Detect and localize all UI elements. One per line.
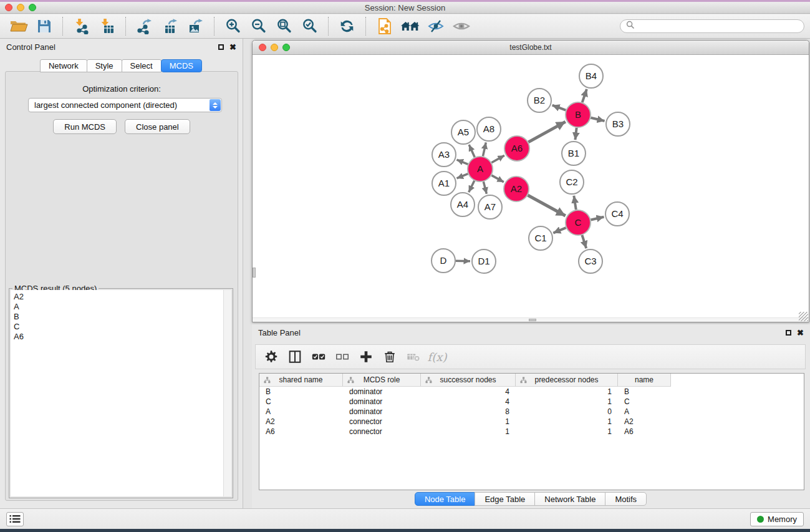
float-table-panel-icon[interactable]	[786, 330, 791, 336]
titlebar[interactable]: Session: New Session	[0, 2, 810, 14]
new-network-from-file-icon[interactable]	[373, 16, 396, 37]
column-header-MCDS-role[interactable]: MCDS role	[343, 374, 421, 387]
add-row-icon[interactable]	[358, 348, 374, 365]
refresh-icon[interactable]	[335, 16, 359, 37]
graph-edge-B-B1[interactable]	[575, 128, 576, 140]
column-header-name[interactable]: name	[618, 374, 671, 387]
column-header-label: shared name	[279, 375, 322, 384]
zoom-fit-icon[interactable]	[272, 16, 296, 37]
horizontal-scrollbar[interactable]	[253, 317, 809, 322]
close-table-panel-icon[interactable]: ✖	[797, 329, 804, 337]
graph-edge-C-C2[interactable]	[574, 196, 576, 210]
zoom-out-icon[interactable]	[247, 16, 270, 37]
export-table-icon[interactable]	[158, 16, 181, 37]
optimization-select[interactable]: largest connected component (directed)	[28, 98, 222, 112]
graph-edge-A6-B[interactable]	[528, 122, 565, 142]
table-tabs: Node TableEdge TableNetwork TableMotifs	[252, 492, 810, 506]
tab-node-table[interactable]: Node Table	[415, 492, 476, 506]
graph-edge-A-A6[interactable]	[491, 155, 504, 163]
table-cell: C	[259, 397, 343, 406]
table-row[interactable]: Adominator80A	[259, 407, 804, 417]
graph-node-label: C	[575, 217, 582, 228]
graph-edge-A-A5[interactable]	[469, 145, 475, 157]
table-cell: 1	[516, 427, 618, 436]
graph-edge-A-A2[interactable]	[491, 175, 503, 182]
run-mcds-button[interactable]: Run MCDS	[53, 119, 117, 134]
graph-node-label: B3	[612, 118, 624, 129]
network-graph: B4B2BB3A5A8A6A3B1AA1C2A2A4A7C4CC1C3DD1	[253, 56, 809, 322]
graph-edge-B-B4[interactable]	[582, 89, 587, 102]
deselect-all-icon[interactable]	[334, 348, 350, 365]
tab-style[interactable]: Style	[87, 59, 122, 72]
table-cell: A	[259, 407, 343, 416]
result-list-item[interactable]: C	[11, 322, 231, 332]
memory-button[interactable]: Memory	[750, 512, 804, 526]
result-list-item[interactable]: A	[11, 302, 231, 312]
delete-row-icon[interactable]	[382, 348, 398, 365]
column-header-label: MCDS role	[364, 375, 400, 384]
first-neighbors-icon[interactable]	[398, 16, 422, 37]
graph-edge-A2-C[interactable]	[528, 195, 565, 216]
zoom-in-icon[interactable]	[221, 16, 244, 37]
table-cell: A6	[618, 427, 671, 436]
close-panel-icon[interactable]: ✖	[229, 43, 236, 51]
table-row[interactable]: A6connector11A6	[259, 427, 804, 437]
table-cell: B	[259, 387, 343, 396]
export-network-icon[interactable]	[133, 16, 156, 37]
task-history-button[interactable]	[6, 512, 24, 526]
toolbar-separator	[365, 17, 366, 36]
zoom-selected-icon[interactable]	[298, 16, 321, 37]
tab-edge-table[interactable]: Edge Table	[475, 492, 535, 506]
graph-edge-C-C1[interactable]	[553, 228, 566, 233]
desktop-background	[0, 529, 810, 532]
vertical-scrollbar-thumb[interactable]	[253, 268, 256, 278]
tab-network-table[interactable]: Network Table	[534, 492, 605, 506]
close-panel-button[interactable]: Close panel	[125, 119, 190, 134]
graph-edge-A-A7[interactable]	[483, 181, 486, 193]
select-all-icon[interactable]	[311, 348, 327, 365]
tab-motifs[interactable]: Motifs	[605, 492, 647, 506]
import-table-icon[interactable]	[95, 16, 118, 37]
graph-edge-B-B3[interactable]	[591, 118, 604, 121]
settings-gear-icon[interactable]	[263, 348, 279, 365]
table-row[interactable]: A2connector11A2	[259, 417, 804, 427]
graph-node-label: B1	[568, 148, 579, 158]
float-panel-icon[interactable]	[218, 44, 224, 50]
horizontal-scrollbar-thumb[interactable]	[529, 319, 536, 321]
network-canvas[interactable]: B4B2BB3A5A8A6A3B1AA1C2A2A4A7C4CC1C3DD1	[253, 56, 809, 322]
table-row[interactable]: Cdominator41C	[259, 397, 804, 407]
save-session-icon[interactable]	[32, 16, 55, 37]
open-session-icon[interactable]	[7, 16, 30, 37]
result-list-item[interactable]: B	[11, 312, 231, 322]
table-row[interactable]: Bdominator41B	[259, 387, 804, 397]
graph-node-label: B4	[586, 70, 597, 81]
result-scrollbar[interactable]	[223, 290, 231, 496]
column-header-shared-name[interactable]: shared name	[259, 374, 343, 387]
graph-edge-A-A4[interactable]	[469, 181, 475, 192]
search-field[interactable]	[620, 19, 804, 33]
graph-node-label: A4	[457, 199, 468, 210]
table-cell: 1	[516, 417, 618, 426]
export-image-icon[interactable]	[184, 16, 207, 37]
column-header-successor-nodes[interactable]: successor nodes	[421, 374, 516, 387]
hide-selected-icon[interactable]	[424, 16, 447, 37]
column-header-label: successor nodes	[440, 375, 496, 384]
result-list-item[interactable]: A6	[11, 332, 231, 342]
columns-icon[interactable]	[287, 348, 303, 365]
import-network-icon[interactable]	[70, 16, 93, 37]
graph-edge-A-A1[interactable]	[456, 174, 468, 178]
column-header-predecessor-nodes[interactable]: predecessor nodes	[516, 374, 618, 387]
graph-edge-B-B2[interactable]	[552, 105, 566, 110]
tab-mcds[interactable]: MCDS	[161, 59, 202, 72]
graph-edge-A-A8[interactable]	[483, 142, 486, 156]
tab-network[interactable]: Network	[40, 59, 87, 72]
result-list-item[interactable]: A2	[11, 292, 231, 302]
search-input[interactable]	[638, 22, 798, 31]
graph-edge-C-C3[interactable]	[582, 235, 586, 248]
graph-edge-A-A3[interactable]	[456, 160, 468, 164]
table-cell: connector	[343, 427, 421, 436]
network-window-titlebar[interactable]: testGlobe.txt	[253, 41, 809, 55]
tab-select[interactable]: Select	[122, 59, 162, 72]
resize-grip-icon[interactable]	[799, 312, 808, 321]
graph-edge-C-C4[interactable]	[591, 217, 604, 220]
